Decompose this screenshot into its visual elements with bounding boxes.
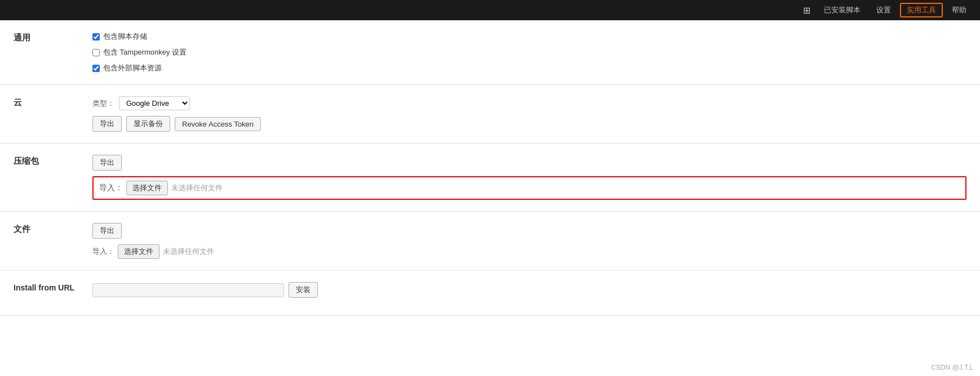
cloud-show-backup-button[interactable]: 显示备份 xyxy=(126,116,170,132)
file-label: 文件 xyxy=(14,223,92,235)
installed-scripts-button[interactable]: 已安装脚本 xyxy=(817,3,867,17)
utilities-button[interactable]: 实用工具 xyxy=(900,3,943,17)
zip-export-button[interactable]: 导出 xyxy=(92,155,122,171)
file-export-button[interactable]: 导出 xyxy=(92,223,122,239)
file-no-file-text: 未选择任何文件 xyxy=(163,247,214,257)
zip-import-box: 导入： 选择文件 未选择任何文件 xyxy=(92,176,966,200)
url-input[interactable] xyxy=(92,283,284,297)
checkbox-settings-label: 包含 Tampermonkey 设置 xyxy=(103,47,187,57)
grid-icon[interactable]: ⊞ xyxy=(799,3,815,18)
install-url-section: Install from URL 安装 xyxy=(0,271,980,316)
file-content: 导出 导入： 选择文件 未选择任何文件 xyxy=(92,223,966,259)
zip-no-file-text: 未选择任何文件 xyxy=(171,183,223,193)
zip-import-label: 导入： xyxy=(99,183,123,193)
checkbox-include-external[interactable]: 包含外部脚本资源 xyxy=(92,63,966,73)
general-content: 包含脚本存储 包含 Tampermonkey 设置 包含外部脚本资源 xyxy=(92,32,966,73)
general-section: 通用 包含脚本存储 包含 Tampermonkey 设置 包含外部脚本资源 xyxy=(0,20,980,85)
cloud-revoke-button[interactable]: Revoke Access Token xyxy=(175,117,261,131)
cloud-label: 云 xyxy=(14,96,92,108)
zip-choose-file-button[interactable]: 选择文件 xyxy=(126,181,168,195)
install-url-label: Install from URL xyxy=(14,282,92,292)
install-button[interactable]: 安装 xyxy=(289,282,318,298)
zip-export-row: 导出 xyxy=(92,155,966,171)
checkbox-external-label: 包含外部脚本资源 xyxy=(103,63,162,73)
type-row: 类型： Google Drive Dropbox OneDrive xyxy=(92,96,966,110)
navbar: ⊞ 已安装脚本 设置 实用工具 帮助 xyxy=(0,0,980,20)
main-content: 通用 包含脚本存储 包含 Tampermonkey 设置 包含外部脚本资源 云 … xyxy=(0,20,980,316)
cloud-button-row: 导出 显示备份 Revoke Access Token xyxy=(92,116,966,132)
settings-button[interactable]: 设置 xyxy=(870,3,898,17)
cloud-export-button[interactable]: 导出 xyxy=(92,116,122,132)
cloud-section: 云 类型： Google Drive Dropbox OneDrive 导出 显… xyxy=(0,85,980,144)
zip-label: 压缩包 xyxy=(14,155,92,167)
zip-section: 压缩包 导出 导入： 选择文件 未选择任何文件 xyxy=(0,144,980,212)
cloud-content: 类型： Google Drive Dropbox OneDrive 导出 显示备… xyxy=(92,96,966,132)
help-button[interactable]: 帮助 xyxy=(945,3,973,17)
checkbox-include-settings[interactable]: 包含 Tampermonkey 设置 xyxy=(92,47,966,57)
file-import-label: 导入： xyxy=(92,247,114,257)
checkbox-include-storage[interactable]: 包含脚本存储 xyxy=(92,32,966,42)
checkbox-storage-label: 包含脚本存储 xyxy=(103,32,147,42)
install-url-content: 安装 xyxy=(92,282,966,298)
checkbox-external-input[interactable] xyxy=(92,65,100,72)
drive-type-select[interactable]: Google Drive Dropbox OneDrive xyxy=(119,96,190,110)
file-choose-file-button[interactable]: 选择文件 xyxy=(118,244,159,259)
general-label: 通用 xyxy=(14,32,92,43)
checkbox-settings-input[interactable] xyxy=(92,49,100,56)
url-row: 安装 xyxy=(92,282,966,298)
file-import-row: 导入： 选择文件 未选择任何文件 xyxy=(92,244,966,259)
file-export-row: 导出 xyxy=(92,223,966,239)
file-section: 文件 导出 导入： 选择文件 未选择任何文件 xyxy=(0,212,980,271)
checkbox-storage-input[interactable] xyxy=(92,33,100,41)
zip-content: 导出 导入： 选择文件 未选择任何文件 xyxy=(92,155,966,200)
type-label: 类型： xyxy=(92,99,114,109)
